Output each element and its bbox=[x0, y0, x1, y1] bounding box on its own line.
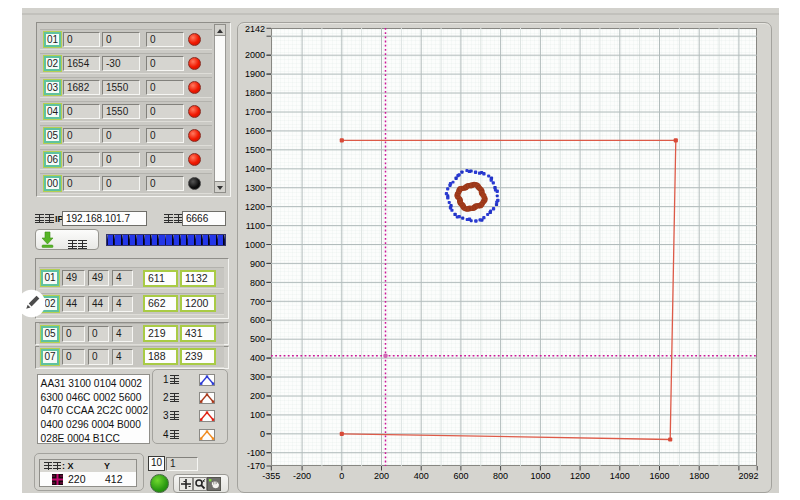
svg-text:1200: 1200 bbox=[570, 471, 590, 481]
svg-text:-355: -355 bbox=[262, 471, 280, 481]
svg-text:400: 400 bbox=[414, 471, 429, 481]
svg-text:800: 800 bbox=[493, 471, 508, 481]
svg-text:200: 200 bbox=[374, 471, 389, 481]
svg-text:600: 600 bbox=[250, 315, 265, 325]
svg-text:200: 200 bbox=[250, 391, 265, 401]
svg-text:800: 800 bbox=[250, 278, 265, 288]
svg-text:0: 0 bbox=[260, 429, 265, 439]
svg-text:700: 700 bbox=[250, 297, 265, 307]
svg-text:1600: 1600 bbox=[245, 126, 265, 136]
svg-text:1800: 1800 bbox=[245, 88, 265, 98]
svg-text:2000: 2000 bbox=[245, 50, 265, 60]
svg-text:900: 900 bbox=[250, 259, 265, 269]
svg-text:1100: 1100 bbox=[246, 221, 265, 231]
svg-text:-200: -200 bbox=[293, 471, 311, 481]
svg-text:600: 600 bbox=[453, 471, 468, 481]
svg-text:400: 400 bbox=[250, 353, 265, 363]
svg-text:100: 100 bbox=[250, 410, 265, 420]
svg-text:1000: 1000 bbox=[530, 471, 550, 481]
svg-text:1000: 1000 bbox=[245, 240, 265, 250]
svg-text:0: 0 bbox=[339, 471, 344, 481]
svg-text:1700: 1700 bbox=[245, 107, 265, 117]
svg-text:300: 300 bbox=[250, 372, 265, 382]
svg-text:-100: -100 bbox=[247, 448, 265, 458]
svg-text:1400: 1400 bbox=[610, 471, 630, 481]
svg-text:500: 500 bbox=[250, 334, 265, 344]
svg-text:1200: 1200 bbox=[245, 202, 265, 212]
svg-text:1400: 1400 bbox=[245, 164, 265, 174]
svg-text:1500: 1500 bbox=[245, 145, 265, 155]
svg-text:1300: 1300 bbox=[245, 183, 265, 193]
svg-text:1800: 1800 bbox=[689, 471, 709, 481]
svg-text:2092: 2092 bbox=[738, 471, 758, 481]
svg-text:-170: -170 bbox=[247, 461, 265, 471]
svg-text:1600: 1600 bbox=[649, 471, 669, 481]
svg-text:1900: 1900 bbox=[245, 69, 265, 79]
svg-text:2142: 2142 bbox=[245, 24, 265, 34]
